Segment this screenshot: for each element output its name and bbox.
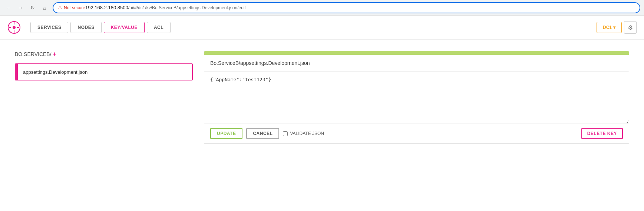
settings-button[interactable]: ⚙ <box>624 21 637 34</box>
tab-nodes[interactable]: NODES <box>70 22 101 33</box>
delete-key-button[interactable]: DELETE KEY <box>581 128 623 139</box>
main-content: BO.SERVICEB/ + appsettings.Development.j… <box>0 40 644 199</box>
tab-keyvalue[interactable]: KEY/VALUE <box>104 22 145 33</box>
gear-icon: ⚙ <box>628 24 633 31</box>
update-button[interactable]: UPDATE <box>210 128 242 139</box>
tab-services[interactable]: SERVICES <box>30 22 68 33</box>
add-key-button[interactable]: + <box>53 51 56 57</box>
address-bar[interactable]: ⚠ Not secure 192.168.2.180:8500/ ui/#/dc… <box>53 2 640 13</box>
editor-container: Bo.ServiceB/appsettings.Development.json… <box>204 51 629 144</box>
editor-footer: UPDATE CANCEL VALIDATE JSON DELETE KEY <box>204 123 629 144</box>
validate-json-label: VALIDATE JSON <box>290 131 324 136</box>
breadcrumb-path: BO.SERVICEB/ <box>15 51 52 57</box>
warning-icon: ⚠ <box>58 5 62 10</box>
forward-button[interactable]: → <box>16 3 26 13</box>
not-secure-indicator: ⚠ Not secure <box>58 5 85 10</box>
not-secure-label: Not secure <box>64 5 85 10</box>
editor-title: Bo.ServiceB/appsettings.Development.json <box>204 55 629 72</box>
address-path: ui/#/dc1/kv/Bo.ServiceB/appsettings.Deve… <box>129 5 246 10</box>
nav-buttons: ← → ↻ ⌂ <box>4 3 50 13</box>
browser-chrome: ← → ↻ ⌂ ⚠ Not secure 192.168.2.180:8500/… <box>0 0 644 16</box>
tab-acl[interactable]: ACL <box>147 22 171 33</box>
left-panel: BO.SERVICEB/ + appsettings.Development.j… <box>15 51 193 188</box>
chevron-down-icon: ▾ <box>613 25 615 30</box>
dc-label: DC1 <box>603 25 612 30</box>
home-button[interactable]: ⌂ <box>39 3 50 13</box>
editor-top-bar <box>204 51 629 55</box>
address-ip: 192.168.2.180:8500/ <box>85 5 129 10</box>
cancel-button[interactable]: CANCEL <box>246 128 279 139</box>
back-button[interactable]: ← <box>4 3 14 13</box>
reload-button[interactable]: ↻ <box>27 3 38 13</box>
consul-logo <box>7 21 21 34</box>
validate-json-checkbox[interactable] <box>283 131 288 136</box>
app-header: SERVICES NODES KEY/VALUE ACL DC1 ▾ ⚙ <box>0 16 644 40</box>
key-item-label: appsettings.Development.json <box>18 66 192 79</box>
breadcrumb: BO.SERVICEB/ + <box>15 51 193 57</box>
validate-group: VALIDATE JSON <box>283 131 324 136</box>
key-list-item[interactable]: appsettings.Development.json <box>15 63 193 80</box>
editor-textarea[interactable] <box>204 72 629 123</box>
svg-point-1 <box>13 26 16 29</box>
right-panel: Bo.ServiceB/appsettings.Development.json… <box>204 51 629 188</box>
dc-selector[interactable]: DC1 ▾ <box>597 22 622 33</box>
nav-tabs: SERVICES NODES KEY/VALUE ACL <box>30 22 171 33</box>
